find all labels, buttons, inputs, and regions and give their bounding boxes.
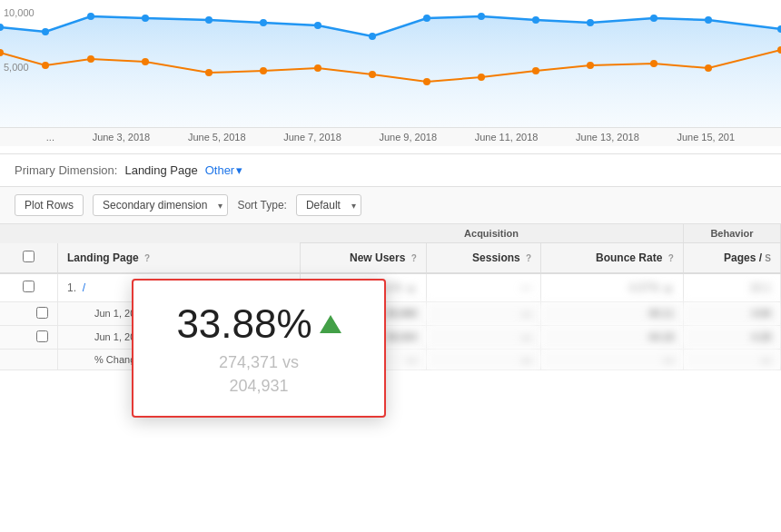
svg-point-19: [142, 58, 149, 65]
pages-header: Pages / S: [683, 243, 780, 273]
svg-point-12: [587, 19, 594, 26]
svg-point-21: [260, 67, 267, 74]
svg-point-3: [87, 13, 94, 20]
sub-bounce1: 40.11: [541, 301, 684, 325]
svg-point-29: [705, 64, 712, 72]
svg-point-4: [142, 15, 149, 22]
sub-sessions3: —: [426, 349, 540, 369]
sub-pages2: 4.28: [683, 325, 780, 349]
sessions-value: —: [426, 273, 540, 302]
page-link[interactable]: /: [83, 281, 85, 294]
sub-pages3: —: [683, 349, 780, 369]
svg-point-7: [314, 22, 321, 29]
behavior-section-header: Behavior: [683, 224, 780, 243]
sort-type-wrapper: Default: [296, 194, 361, 216]
data-table: Acquisition Behavior Landing Page ? New …: [0, 224, 781, 370]
checkbox-row1[interactable]: [23, 281, 35, 292]
chart-x-labels: ... June 3, 2018 June 5, 2018 June 7, 20…: [0, 127, 781, 146]
table-container: Acquisition Behavior Landing Page ? New …: [0, 224, 781, 370]
svg-point-25: [478, 74, 485, 81]
svg-point-6: [260, 19, 267, 26]
table-row-subrow3: % Change — — — —: [0, 349, 781, 369]
chart-svg: [0, 0, 781, 127]
chevron-down-icon: ▾: [236, 163, 242, 177]
svg-point-26: [532, 67, 539, 74]
svg-point-2: [42, 28, 49, 35]
secondary-dimension-button[interactable]: Secondary dimension: [93, 194, 228, 216]
landing-page-header: Landing Page ?: [58, 243, 301, 273]
svg-point-13: [650, 15, 657, 22]
svg-point-27: [587, 62, 594, 69]
bounce-rate-header: Bounce Rate ?: [541, 243, 684, 273]
svg-point-14: [705, 16, 712, 24]
plot-rows-button[interactable]: Plot Rows: [15, 194, 84, 216]
svg-point-24: [423, 78, 430, 85]
table-row: 1. / ● 23.02% ▲ — 4.07% ▲ 10.1: [0, 273, 781, 302]
sub-sessions2: —: [426, 325, 540, 349]
primary-dimension-label: Primary Dimension:: [15, 163, 117, 177]
pages-value: 10.1: [683, 273, 780, 302]
svg-point-17: [42, 62, 49, 69]
svg-marker-0: [0, 16, 781, 127]
svg-point-11: [532, 16, 539, 24]
select-all-checkbox[interactable]: [0, 243, 58, 273]
svg-point-20: [205, 69, 213, 76]
table-wrapper: Acquisition Behavior Landing Page ? New …: [0, 224, 781, 370]
svg-point-10: [478, 13, 485, 20]
sub-sessions1: —: [426, 301, 540, 325]
svg-point-23: [369, 71, 376, 78]
checkbox-all[interactable]: [23, 251, 35, 262]
sub-bounce3: —: [541, 349, 684, 369]
sub-pages1: 4.84: [683, 301, 780, 325]
sub-checkbox3[interactable]: [0, 349, 58, 369]
popup-comparison: 274,371 vs 204,931: [219, 351, 299, 397]
table-row-subrow2: Jun 1, 2017 - Jun 30, 2017 38,004 — 44.1…: [0, 325, 781, 349]
new-users-header: New Users ?: [300, 243, 426, 273]
acquisition-section-header: Acquisition: [300, 224, 683, 243]
row-num: 1.: [67, 281, 79, 294]
other-dropdown[interactable]: Other ▾: [205, 163, 243, 177]
svg-point-8: [369, 33, 376, 40]
bounce-rate-value: 4.07% ▲: [541, 273, 684, 302]
svg-point-9: [423, 15, 430, 22]
popup-percent-value: 33.88%: [176, 302, 341, 346]
primary-dimension-bar: Primary Dimension: Landing Page Other ▾: [0, 154, 781, 187]
secondary-dimension-wrapper: Secondary dimension: [93, 194, 228, 216]
table-row-subrow1: Jun 1, 2018 - Jun 30, 2018 46,888 — 40.1…: [0, 301, 781, 325]
chart-area: 10,000 5,000: [0, 0, 781, 154]
sub-checkbox[interactable]: [0, 301, 58, 325]
svg-point-5: [205, 16, 213, 24]
sort-type-button[interactable]: Default: [296, 194, 361, 216]
svg-point-28: [650, 60, 657, 67]
sub-checkbox2[interactable]: [0, 325, 58, 349]
primary-dimension-value: Landing Page: [124, 163, 197, 177]
sub-checkbox1[interactable]: [36, 307, 48, 319]
sub-checkbox2[interactable]: [36, 330, 48, 342]
y-label-5000: 5,000: [4, 62, 29, 73]
sub-bounce2: 44.18: [541, 325, 684, 349]
sessions-header: Sessions ?: [426, 243, 540, 273]
up-arrow-icon: [320, 315, 341, 333]
popup-overlay: 33.88% 274,371 vs 204,931: [132, 279, 386, 418]
y-label-10000: 10,000: [4, 7, 35, 18]
toolbar: Plot Rows Secondary dimension Sort Type:…: [0, 187, 781, 224]
svg-point-22: [314, 64, 321, 72]
row-checkbox[interactable]: [0, 273, 58, 302]
svg-point-18: [87, 55, 94, 63]
sort-type-label: Sort Type:: [237, 199, 286, 212]
